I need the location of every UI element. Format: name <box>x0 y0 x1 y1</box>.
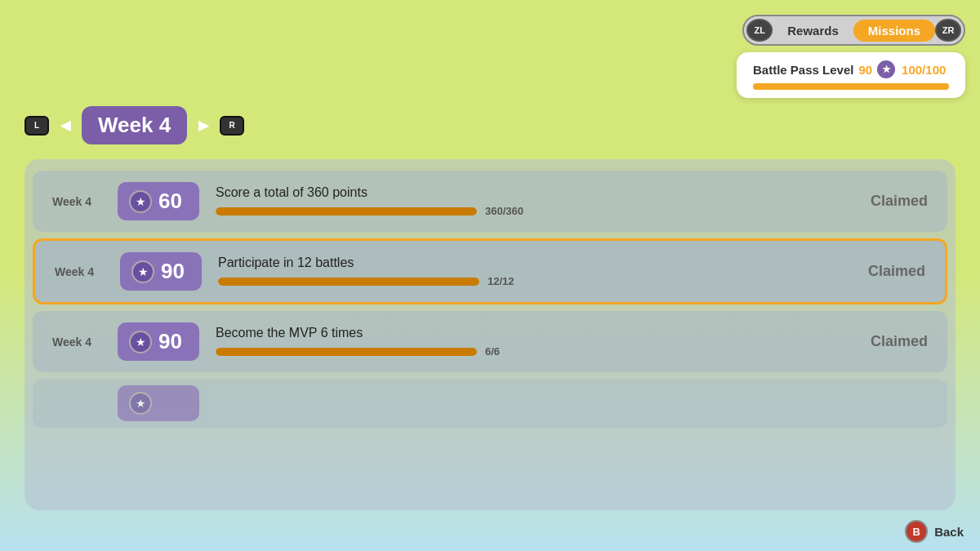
mission-row[interactable]: Week 4 ★ 90 Participate in 12 battles 12… <box>33 238 947 304</box>
reward-badge: ★ 90 <box>120 252 202 291</box>
reward-star-icon: ★ <box>129 331 152 353</box>
reward-number: 60 <box>158 189 182 214</box>
reward-number: 90 <box>161 259 185 284</box>
missions-panel: Week 4 ★ 60 Score a total of 360 points … <box>24 159 956 510</box>
mission-row[interactable]: Week 4 ★ 60 Score a total of 360 points … <box>33 171 947 232</box>
reward-badge: ★ 90 <box>118 322 199 361</box>
reward-star-icon: ★ <box>131 260 154 283</box>
mission-bar-fill <box>216 207 477 216</box>
mission-progress-row: 12/12 <box>218 275 844 287</box>
mission-bar-bg <box>216 348 477 356</box>
mission-description: Score a total of 360 points <box>216 185 846 200</box>
battle-pass-progress-bar-bg <box>753 83 949 90</box>
mission-count: 12/12 <box>488 275 514 287</box>
mission-row[interactable]: Week 4 ★ 90 Become the MVP 6 times 6/6 C… <box>33 311 947 372</box>
week-selector: L ◀ Week 4 ▶ R <box>24 106 244 144</box>
week-label: Week 4 <box>98 113 171 138</box>
mission-week-tag: Week 4 <box>52 195 101 208</box>
mission-description: Participate in 12 battles <box>218 256 844 270</box>
top-nav: ZL Rewards Missions ZR Battle Pass Level… <box>737 15 965 98</box>
mission-bar-fill <box>216 348 477 356</box>
week-label-box: Week 4 <box>82 106 187 144</box>
mission-info: Score a total of 360 points 360/360 <box>216 185 846 217</box>
next-week-button[interactable]: ▶ <box>194 116 213 136</box>
mission-count: 6/6 <box>485 345 500 358</box>
zl-button[interactable]: ZL <box>746 19 773 42</box>
prev-week-button[interactable]: ◀ <box>56 116 75 136</box>
mission-progress-row: 6/6 <box>216 345 846 358</box>
battle-pass-box: Battle Pass Level 90 ★ 100/100 <box>737 52 965 98</box>
rewards-tab[interactable]: Rewards <box>773 20 853 42</box>
battle-pass-level: 90 <box>858 63 872 77</box>
mission-week-tag: Week 4 <box>52 335 101 349</box>
reward-star-icon: ★ <box>129 392 152 415</box>
battle-pass-progress: 100/100 <box>902 63 946 77</box>
bottom-bar: B Back <box>905 520 964 543</box>
claimed-label: Claimed <box>862 193 928 210</box>
mission-week-tag: Week 4 <box>55 265 104 278</box>
l-button[interactable]: L <box>24 116 49 136</box>
claimed-label: Claimed <box>862 333 928 350</box>
mission-info: Become the MVP 6 times 6/6 <box>216 326 846 358</box>
missions-tab[interactable]: Missions <box>853 20 935 42</box>
b-button[interactable]: B <box>905 520 928 543</box>
mission-row[interactable]: ★ <box>33 379 947 428</box>
tab-bar: ZL Rewards Missions ZR <box>742 15 965 46</box>
battle-pass-star-icon: ★ <box>877 60 895 78</box>
mission-bar-bg <box>218 278 479 286</box>
reward-badge: ★ 60 <box>118 182 199 220</box>
mission-description: Become the MVP 6 times <box>216 326 846 340</box>
battle-pass-header: Battle Pass Level 90 ★ 100/100 <box>753 60 949 78</box>
back-label: Back <box>934 525 964 539</box>
mission-progress-row: 360/360 <box>216 205 846 217</box>
reward-badge-partial: ★ <box>118 385 199 421</box>
r-button[interactable]: R <box>220 116 244 136</box>
mission-bar-bg <box>216 207 477 216</box>
claimed-label: Claimed <box>860 263 925 280</box>
mission-count: 360/360 <box>485 205 523 217</box>
mission-bar-fill <box>218 278 479 286</box>
mission-info: Participate in 12 battles 12/12 <box>218 256 844 287</box>
battle-pass-progress-bar-fill <box>753 83 949 90</box>
battle-pass-label: Battle Pass Level <box>753 63 853 77</box>
zr-button[interactable]: ZR <box>935 19 961 42</box>
reward-star-icon: ★ <box>129 190 152 213</box>
reward-number: 90 <box>158 329 182 354</box>
